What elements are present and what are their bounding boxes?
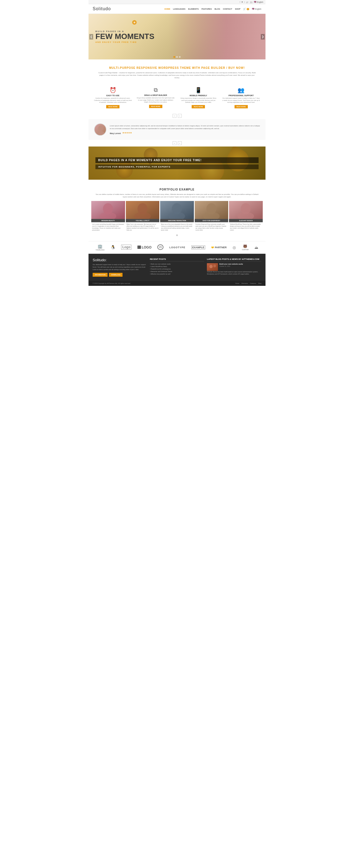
header-language[interactable]: 🇬🇧 English: [252, 8, 261, 10]
svg-text:❋: ❋: [133, 21, 136, 24]
wp-icon: W: [157, 244, 163, 250]
main-heading: MULTI-PURPOSE RESPONSIVE WORDPRESS THEME…: [93, 62, 261, 71]
footer-info-button[interactable]: INFORMATION: [93, 273, 108, 277]
testimonial-prev[interactable]: ‹: [173, 141, 176, 145]
features-section: ⏰ EASY TO USE Intuitive for beginners, p…: [88, 83, 266, 113]
feature-desc-3: Using responsive design is practically e…: [179, 97, 217, 104]
portfolio-item-2[interactable]: YOU WILL LOVE IT Make Your's site awesom…: [126, 201, 159, 232]
blog-heading: LATEST BLOG POSTS & NEWS BY AITTHEMES.CO…: [207, 258, 261, 261]
feature-title-4: PROFESSIONAL SUPPORT: [223, 95, 260, 96]
partner-logo-4[interactable]: 🅻 LOGO: [138, 245, 152, 249]
googleplus-icon[interactable]: g+: [246, 1, 248, 3]
twitter-icon[interactable]: t: [244, 1, 245, 3]
portfolio-desc-1: Let's create something beautiful happy a…: [91, 222, 125, 232]
nav-shop[interactable]: SHOP: [235, 8, 241, 10]
nav-languages[interactable]: LANGUAGES: [173, 8, 185, 10]
rss-icon[interactable]: )))): [250, 1, 253, 3]
portfolio-item-3[interactable]: AWESOME PERFECTION Meet one of the most …: [160, 201, 194, 232]
copyright-link-features[interactable]: Features: [250, 282, 256, 284]
portfolio-label-5: ELEGANT DESIGN: [229, 219, 263, 222]
flag-icon: 🇬🇧: [252, 8, 255, 10]
feature-read-more-3[interactable]: READ MORE: [191, 105, 205, 108]
main-heading-desc: Custom built Page Builder – intuitive fo…: [93, 71, 261, 81]
partner-logo-7[interactable]: EXAMPLE: [191, 245, 205, 249]
portfolio-dot[interactable]: [176, 235, 178, 236]
facebook-icon[interactable]: f: [240, 1, 240, 3]
feature-title-2: DRAG & DROP BUILDER: [137, 94, 175, 96]
language-selector[interactable]: 🇬🇧 English: [254, 1, 263, 3]
hero-background: [168, 14, 266, 59]
portfolio-nav: [91, 232, 263, 238]
language-label: English: [257, 1, 263, 3]
portfolio-desc: You can define number of visible items, …: [91, 192, 263, 201]
hero-content: BUILD PAGES IN A FEW MOMENTS AND ENJOY Y…: [88, 26, 161, 47]
partner-logo-2[interactable]: 🐧: [111, 245, 115, 250]
features-prev[interactable]: ‹: [173, 114, 176, 118]
partner-logo-10[interactable]: 🐻 CUSTOM: [242, 244, 248, 250]
feature-easy-to-use: ⏰ EASY TO USE Intuitive for beginners, p…: [93, 85, 133, 110]
site-logo[interactable]: Solitudo: [93, 6, 111, 11]
portfolio-heading: PORTFOLIO EXAMPLE: [91, 184, 263, 192]
portfolio-desc-5: Solitudo WordPress Theme has fully custo…: [229, 222, 263, 232]
partner-logo-3[interactable]: Logo: [121, 245, 131, 250]
partner-logo-5[interactable]: W: [157, 244, 163, 250]
nav-contact[interactable]: CONTACT: [223, 8, 232, 10]
main-heading-section: MULTI-PURPOSE RESPONSIVE WORDPRESS THEME…: [88, 59, 266, 83]
portfolio-item-1[interactable]: MODERN BEAUTY Let's create something bea…: [91, 201, 125, 232]
portfolio-label-1: MODERN BEAUTY: [91, 219, 125, 222]
partner-logo-9[interactable]: ◎: [233, 245, 236, 250]
header: Solitudo HOME LANGUAGES ELEMENTS FEATURE…: [88, 4, 266, 14]
footer: Solitudo: Our dedicated support team is …: [88, 254, 266, 281]
recent-post-1[interactable]: Build your own website easily: [150, 263, 204, 265]
copyright-link-elements[interactable]: Elements: [241, 282, 248, 284]
nav-home[interactable]: HOME: [165, 8, 170, 10]
hero-dot-2[interactable]: [176, 56, 178, 58]
copyright-link-blog[interactable]: Blog: [258, 282, 261, 284]
hero-next-button[interactable]: ❯: [261, 34, 265, 39]
recent-post-4[interactable]: Awesome and Universal Theme: [150, 271, 204, 272]
portfolio-item-5[interactable]: ELEGANT DESIGN Solitudo WordPress Theme …: [229, 201, 263, 232]
cta-banner: BUILD PAGES IN A FEW MOMENTS AND ENJOY Y…: [88, 147, 266, 180]
feature-support: 👥 PROFESSIONAL SUPPORT Our dedicated sup…: [221, 85, 262, 110]
partner-logo-11[interactable]: ⛰: [255, 245, 258, 250]
drag-drop-icon: ⧉: [137, 87, 175, 93]
portfolio-label-2: YOU WILL LOVE IT: [126, 219, 159, 222]
hero-icon: ❋: [131, 19, 138, 26]
portfolio-item-4[interactable]: EASY FOR EVERYBODY Function Drag and Dro…: [195, 201, 229, 232]
copyright-link-home[interactable]: Home: [235, 282, 239, 284]
youtube-icon[interactable]: ▶: [242, 1, 243, 3]
recent-post-5[interactable]: Effective but powerful as well: [150, 273, 204, 275]
partner-logo-8[interactable]: 🤝 PARTNER: [211, 246, 227, 249]
partner-icon: 🤝 PARTNER: [211, 246, 227, 249]
circle-icon: ◎: [233, 245, 236, 250]
mountain-icon: ⛰: [255, 245, 258, 250]
partner-logo-1[interactable]: 🏢 YOURLOGO: [96, 244, 105, 251]
portfolio-thumb-5: [229, 201, 263, 219]
nav-elements[interactable]: ELEMENTS: [188, 8, 199, 10]
feature-mobile: 📱 MOBILE FRIENDLY Using responsive desig…: [178, 85, 219, 110]
feature-read-more-2[interactable]: READ MORE: [149, 105, 163, 108]
nav-features[interactable]: FEATURES: [201, 8, 212, 10]
recent-post-3[interactable]: Powerful tool for all designers: [150, 268, 204, 270]
testimonial-next[interactable]: ›: [178, 141, 182, 145]
recent-post-2[interactable]: Latest WordPress News: [150, 266, 204, 267]
linux-icon: 🐧: [111, 245, 115, 249]
logo-bar: 🏢 YOURLOGO 🐧 Logo 🅻 LOGO W LOGOTYPE EXAM…: [88, 241, 266, 254]
partner-logo-6[interactable]: LOGOTYPE: [169, 246, 185, 249]
footer-download-button[interactable]: DOWNLOAD: [109, 273, 122, 277]
feature-drag-drop: ⧉ DRAG & DROP BUILDER Drag & drop availa…: [136, 85, 176, 110]
flag-icon: 🇬🇧: [254, 1, 256, 3]
testimonial-section: Lorem ipsum dolor sit amet, consectetur …: [88, 119, 266, 140]
hero-dot-1[interactable]: [173, 56, 175, 58]
portfolio-label-3: AWESOME PERFECTION: [160, 219, 194, 222]
buy-now-link[interactable]: BUY NOW!: [227, 66, 245, 69]
feature-read-more-1[interactable]: READ MORE: [106, 105, 119, 108]
features-next[interactable]: ›: [178, 114, 182, 118]
hero-dot-3[interactable]: [179, 56, 181, 58]
cart-icon[interactable]: 🛒 0: [243, 8, 249, 10]
feature-read-more-4[interactable]: READ MORE: [235, 105, 248, 108]
nav-blog[interactable]: BLOG: [215, 8, 220, 10]
hero-prev-button[interactable]: ❮: [89, 34, 93, 39]
logo-icon-4: 🅻 LOGO: [138, 245, 152, 249]
logo-icon-3: Logo: [121, 245, 131, 250]
